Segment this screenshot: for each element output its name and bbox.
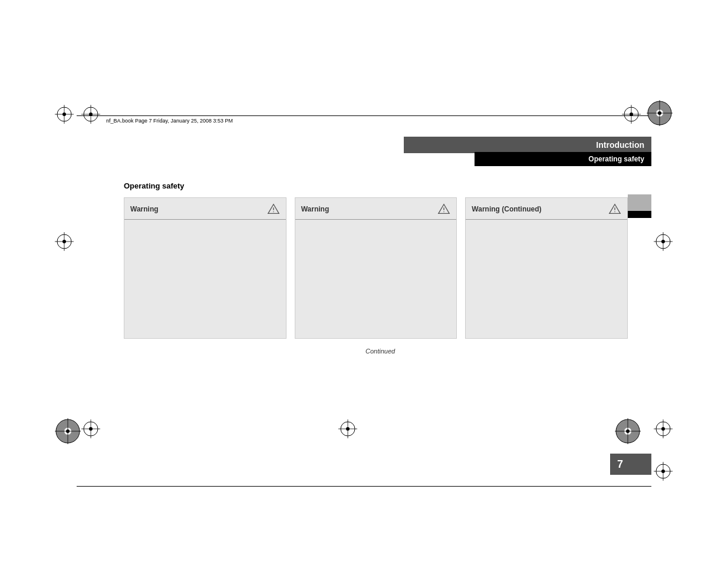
continued-label: Continued	[365, 348, 395, 355]
warning-boxes-container: Warning Warning Warning (Continued)	[124, 197, 628, 339]
warning-triangle-icon-2	[437, 203, 450, 216]
warning-triangle-icon-3	[608, 203, 621, 216]
file-info: nf_BA.book Page 7 Friday, January 25, 20…	[106, 118, 233, 124]
warning-box-1-title: Warning	[130, 205, 159, 213]
warning-box-2-header: Warning	[295, 198, 457, 220]
svg-point-1	[273, 211, 274, 212]
warning-triangle-icon-1	[267, 203, 280, 216]
warning-box-3-title: Warning (Continued)	[472, 205, 541, 213]
reg-mark-bottom-left-outer	[55, 418, 81, 444]
side-tab-black	[628, 211, 651, 218]
warning-box-3: Warning (Continued)	[465, 197, 628, 339]
reg-mark-top-right-outer	[647, 100, 673, 126]
reg-mark-bottom-mid	[338, 419, 357, 438]
top-header-line	[77, 115, 651, 116]
warning-box-1-body	[124, 220, 286, 338]
reg-mark-top-left-outer	[55, 105, 74, 124]
warning-box-2-body	[295, 220, 457, 338]
page-number-box: 7	[610, 454, 651, 475]
warning-box-3-header: Warning (Continued)	[466, 198, 627, 220]
reg-mark-right-mid	[654, 232, 673, 251]
reg-mark-page-num-right	[654, 462, 673, 481]
reg-mark-bottom-left-inner	[81, 419, 100, 438]
reg-mark-bottom-right-inner	[615, 418, 641, 444]
reg-mark-top-left-inner	[81, 105, 100, 124]
warning-box-2: Warning	[295, 197, 457, 339]
warning-box-2-title: Warning	[301, 205, 330, 213]
page-number: 7	[617, 458, 623, 471]
warning-box-3-body	[466, 220, 627, 338]
reg-mark-top-right-inner	[622, 105, 641, 124]
reg-mark-left-mid	[55, 232, 74, 251]
reg-mark-bottom-right-outer	[654, 419, 673, 438]
svg-point-5	[614, 211, 615, 212]
side-tab-gray	[628, 194, 651, 211]
svg-point-3	[444, 211, 444, 212]
bottom-line	[77, 486, 651, 487]
section-title: Operating safety	[124, 181, 185, 190]
ops-safety-banner: Operating safety	[475, 152, 651, 166]
warning-box-1: Warning	[124, 197, 286, 339]
warning-box-1-header: Warning	[124, 198, 286, 220]
intro-banner: Introduction	[404, 137, 651, 153]
